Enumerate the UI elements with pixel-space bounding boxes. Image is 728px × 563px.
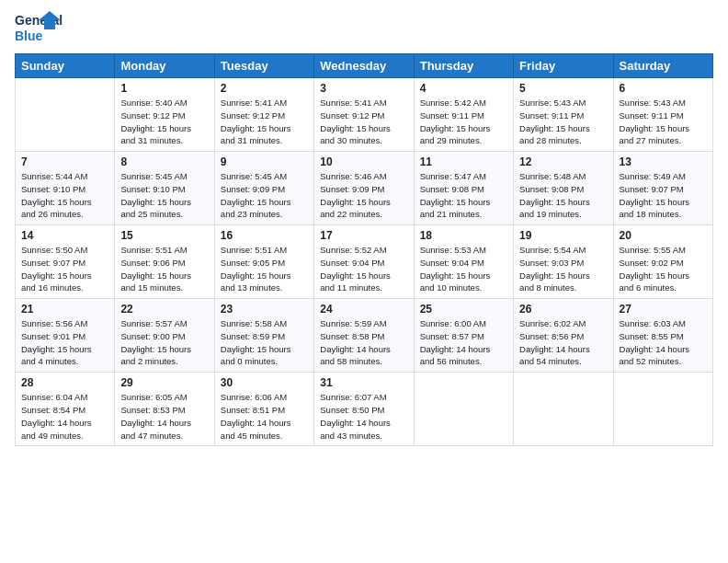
day-info: Sunrise: 5:47 AM Sunset: 9:08 PM Dayligh…: [420, 170, 507, 221]
day-info: Sunrise: 6:00 AM Sunset: 8:57 PM Dayligh…: [420, 317, 507, 368]
header: GeneralBlue: [15, 9, 713, 46]
calendar-week-row: 28Sunrise: 6:04 AM Sunset: 8:54 PM Dayli…: [16, 373, 713, 446]
day-number: 15: [120, 229, 208, 242]
day-number: 21: [21, 303, 108, 316]
day-number: 19: [519, 229, 607, 242]
day-info: Sunrise: 5:56 AM Sunset: 9:01 PM Dayligh…: [21, 317, 108, 368]
calendar-cell: 22Sunrise: 5:57 AM Sunset: 9:00 PM Dayli…: [115, 299, 214, 373]
calendar-cell: 18Sunrise: 5:53 AM Sunset: 9:04 PM Dayli…: [414, 225, 513, 299]
day-info: Sunrise: 5:44 AM Sunset: 9:10 PM Dayligh…: [21, 170, 108, 221]
calendar-cell: 30Sunrise: 6:06 AM Sunset: 8:51 PM Dayli…: [214, 373, 313, 446]
day-number: 3: [320, 82, 407, 95]
day-number: 4: [420, 82, 507, 95]
day-info: Sunrise: 5:53 AM Sunset: 9:04 PM Dayligh…: [420, 244, 507, 294]
day-number: 2: [221, 82, 308, 95]
day-number: 17: [320, 229, 407, 242]
day-number: 12: [519, 155, 607, 168]
weekday-header: Saturday: [613, 54, 712, 78]
day-info: Sunrise: 5:43 AM Sunset: 9:11 PM Dayligh…: [620, 97, 707, 147]
day-number: 22: [120, 303, 208, 316]
day-info: Sunrise: 5:43 AM Sunset: 9:11 PM Dayligh…: [519, 97, 607, 147]
svg-text:Blue: Blue: [15, 29, 43, 43]
day-number: 16: [221, 229, 308, 242]
day-info: Sunrise: 5:42 AM Sunset: 9:11 PM Dayligh…: [420, 97, 507, 147]
day-number: 7: [21, 155, 108, 168]
calendar-cell: 6Sunrise: 5:43 AM Sunset: 9:11 PM Daylig…: [613, 78, 712, 152]
calendar-week-row: 21Sunrise: 5:56 AM Sunset: 9:01 PM Dayli…: [16, 299, 713, 373]
day-info: Sunrise: 6:03 AM Sunset: 8:55 PM Dayligh…: [620, 317, 707, 368]
day-info: Sunrise: 5:58 AM Sunset: 8:59 PM Dayligh…: [221, 317, 308, 368]
day-number: 31: [320, 376, 407, 389]
calendar-cell: [16, 78, 115, 152]
day-info: Sunrise: 5:48 AM Sunset: 9:08 PM Dayligh…: [519, 170, 607, 221]
calendar-cell: 25Sunrise: 6:00 AM Sunset: 8:57 PM Dayli…: [414, 299, 513, 373]
day-info: Sunrise: 5:52 AM Sunset: 9:04 PM Dayligh…: [320, 244, 407, 294]
weekday-header: Friday: [514, 54, 613, 78]
calendar-cell: 29Sunrise: 6:05 AM Sunset: 8:53 PM Dayli…: [115, 373, 214, 446]
day-number: 10: [320, 155, 407, 168]
calendar-cell: 3Sunrise: 5:41 AM Sunset: 9:12 PM Daylig…: [314, 78, 414, 152]
day-info: Sunrise: 5:59 AM Sunset: 8:58 PM Dayligh…: [320, 317, 407, 368]
calendar-cell: 4Sunrise: 5:42 AM Sunset: 9:11 PM Daylig…: [414, 78, 513, 152]
day-number: 18: [420, 229, 507, 242]
day-info: Sunrise: 5:49 AM Sunset: 9:07 PM Dayligh…: [620, 170, 707, 221]
day-number: 13: [620, 155, 707, 168]
day-info: Sunrise: 5:50 AM Sunset: 9:07 PM Dayligh…: [21, 244, 108, 294]
calendar-cell: 26Sunrise: 6:02 AM Sunset: 8:56 PM Dayli…: [514, 299, 613, 373]
day-number: 23: [221, 303, 308, 316]
calendar-cell: [514, 373, 613, 446]
logo-icon: GeneralBlue: [15, 9, 63, 46]
page: GeneralBlue SundayMondayTuesdayWednesday…: [0, 0, 728, 563]
calendar-cell: [414, 373, 513, 446]
day-info: Sunrise: 5:55 AM Sunset: 9:02 PM Dayligh…: [620, 244, 707, 294]
day-info: Sunrise: 5:57 AM Sunset: 9:00 PM Dayligh…: [120, 317, 208, 368]
day-number: 27: [620, 303, 707, 316]
day-info: Sunrise: 5:45 AM Sunset: 9:10 PM Dayligh…: [120, 170, 208, 221]
calendar-cell: 16Sunrise: 5:51 AM Sunset: 9:05 PM Dayli…: [214, 225, 313, 299]
calendar-header-row: SundayMondayTuesdayWednesdayThursdayFrid…: [16, 54, 713, 78]
calendar-cell: 9Sunrise: 5:45 AM Sunset: 9:09 PM Daylig…: [214, 152, 313, 225]
calendar-cell: 11Sunrise: 5:47 AM Sunset: 9:08 PM Dayli…: [414, 152, 513, 225]
calendar-cell: 27Sunrise: 6:03 AM Sunset: 8:55 PM Dayli…: [613, 299, 712, 373]
day-info: Sunrise: 6:07 AM Sunset: 8:50 PM Dayligh…: [320, 391, 407, 442]
calendar-cell: 19Sunrise: 5:54 AM Sunset: 9:03 PM Dayli…: [514, 225, 613, 299]
logo: GeneralBlue: [15, 9, 63, 46]
day-number: 25: [420, 303, 507, 316]
day-number: 1: [120, 82, 208, 95]
weekday-header: Tuesday: [214, 54, 313, 78]
day-info: Sunrise: 5:51 AM Sunset: 9:06 PM Dayligh…: [120, 244, 208, 294]
calendar-week-row: 14Sunrise: 5:50 AM Sunset: 9:07 PM Dayli…: [16, 225, 713, 299]
calendar-cell: 14Sunrise: 5:50 AM Sunset: 9:07 PM Dayli…: [16, 225, 115, 299]
day-number: 26: [519, 303, 607, 316]
day-number: 9: [221, 155, 308, 168]
day-info: Sunrise: 5:51 AM Sunset: 9:05 PM Dayligh…: [221, 244, 308, 294]
day-info: Sunrise: 5:40 AM Sunset: 9:12 PM Dayligh…: [120, 97, 208, 147]
day-info: Sunrise: 6:06 AM Sunset: 8:51 PM Dayligh…: [221, 391, 308, 442]
day-number: 28: [21, 376, 108, 389]
weekday-header: Monday: [115, 54, 214, 78]
day-number: 29: [120, 376, 208, 389]
weekday-header: Thursday: [414, 54, 513, 78]
day-number: 14: [21, 229, 108, 242]
day-number: 20: [620, 229, 707, 242]
day-number: 6: [620, 82, 707, 95]
calendar-cell: 15Sunrise: 5:51 AM Sunset: 9:06 PM Dayli…: [115, 225, 214, 299]
calendar-cell: 13Sunrise: 5:49 AM Sunset: 9:07 PM Dayli…: [613, 152, 712, 225]
weekday-header: Sunday: [16, 54, 115, 78]
day-info: Sunrise: 5:45 AM Sunset: 9:09 PM Dayligh…: [221, 170, 308, 221]
day-info: Sunrise: 5:41 AM Sunset: 9:12 PM Dayligh…: [221, 97, 308, 147]
day-number: 24: [320, 303, 407, 316]
calendar-cell: 20Sunrise: 5:55 AM Sunset: 9:02 PM Dayli…: [613, 225, 712, 299]
calendar-cell: 24Sunrise: 5:59 AM Sunset: 8:58 PM Dayli…: [314, 299, 414, 373]
calendar-cell: 12Sunrise: 5:48 AM Sunset: 9:08 PM Dayli…: [514, 152, 613, 225]
day-info: Sunrise: 5:46 AM Sunset: 9:09 PM Dayligh…: [320, 170, 407, 221]
calendar-cell: 31Sunrise: 6:07 AM Sunset: 8:50 PM Dayli…: [314, 373, 414, 446]
day-info: Sunrise: 5:41 AM Sunset: 9:12 PM Dayligh…: [320, 97, 407, 147]
calendar-cell: 17Sunrise: 5:52 AM Sunset: 9:04 PM Dayli…: [314, 225, 414, 299]
calendar-cell: [613, 373, 712, 446]
calendar-week-row: 1Sunrise: 5:40 AM Sunset: 9:12 PM Daylig…: [16, 78, 713, 152]
day-info: Sunrise: 6:05 AM Sunset: 8:53 PM Dayligh…: [120, 391, 208, 442]
weekday-header: Wednesday: [314, 54, 414, 78]
day-number: 30: [221, 376, 308, 389]
day-info: Sunrise: 6:02 AM Sunset: 8:56 PM Dayligh…: [519, 317, 607, 368]
